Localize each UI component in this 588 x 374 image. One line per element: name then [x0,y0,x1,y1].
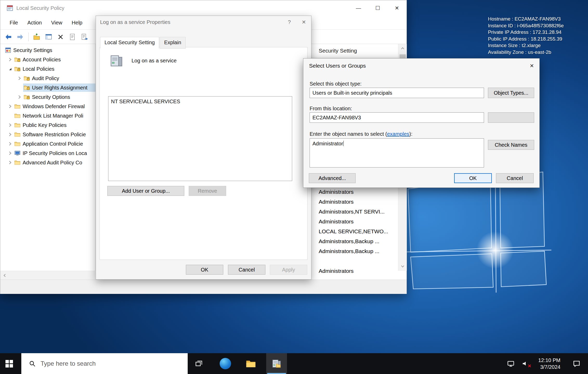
locations-button[interactable] [488,112,534,123]
properties-doc-icon[interactable] [69,33,76,41]
assigned-accounts-listbox[interactable]: NT SERVICE\ALL SERVICES [108,96,292,181]
tree-label: User Rights Assignment [32,85,87,91]
security-settings-icon [5,47,11,53]
ok-button[interactable]: OK [454,173,492,183]
local-security-policy-taskbar-button[interactable] [266,353,287,374]
taskbar-clock[interactable]: 12:10 PM 3/7/2024 [532,353,560,374]
tree-item-network-list-manager[interactable]: Network List Manager Poli [0,111,95,120]
chevron-down-icon[interactable] [8,66,13,72]
cancel-button[interactable]: Cancel [496,173,534,183]
window-title: Local Security Policy [16,5,64,11]
maximize-button[interactable]: ☐ [368,0,387,16]
file-explorer-button[interactable] [241,353,261,374]
tree-item-user-rights-assignment[interactable]: User Rights Assignment [0,83,95,92]
list-row[interactable]: Administrators,Backup ... [319,246,388,256]
check-names-button[interactable]: Check Names [488,140,534,150]
chevron-right-icon[interactable] [17,76,22,81]
tree-label: Security Settings [13,47,52,53]
volume-tray-button[interactable]: ✕ [518,353,533,374]
chevron-right-icon[interactable] [17,94,22,100]
cancel-button[interactable]: Cancel [228,265,265,275]
object-type-field[interactable]: Users or Built-in security principals [310,88,484,98]
chevron-right-icon[interactable] [8,57,13,62]
chevron-right-icon[interactable] [8,104,13,109]
export-icon[interactable] [33,33,41,41]
task-view-button[interactable] [189,353,209,374]
account-entry[interactable]: NT SERVICE\ALL SERVICES [111,99,289,105]
close-button[interactable]: ✕ [297,16,311,28]
list-rows: Administrators Administrators Administra… [319,187,388,276]
show-console-tree-icon[interactable] [45,33,53,41]
list-row[interactable]: Administrators [319,197,388,207]
tree-horizontal-scrollbar[interactable] [0,271,95,280]
chevron-right-icon[interactable] [8,132,13,137]
ipsec-icon [14,150,21,156]
desktop: Hostname : EC2AMAZ-FAN98V3 Instance ID :… [0,0,588,374]
tree-item-audit-policy[interactable]: Audit Policy [0,74,95,83]
tab-explain[interactable]: Explain [160,37,186,49]
menu-help[interactable]: Help [67,20,87,26]
tree-item-application-control-policies[interactable]: Application Control Policie [0,139,95,149]
dialog-title-bar[interactable]: Select Users or Groups ✕ [303,59,539,73]
folder-lock-icon [24,85,30,91]
scroll-down-icon[interactable] [398,262,407,271]
list-row[interactable]: Administrators [319,266,388,276]
help-button[interactable]: ? [282,16,297,28]
delete-icon[interactable] [57,33,64,41]
chevron-right-icon[interactable] [8,151,13,156]
column-security-setting[interactable]: Security Setting [319,48,357,54]
title-bar[interactable]: Local Security Policy — ☐ ✕ [0,0,407,16]
edge-button[interactable] [215,353,236,374]
scroll-left-icon[interactable] [0,271,9,280]
list-row[interactable]: LOCAL SERVICE,NETWO... [319,227,388,236]
forward-icon[interactable] [16,33,24,41]
list-row[interactable]: Administrators,NT SERVI... [319,207,388,217]
close-button[interactable]: ✕ [524,59,539,73]
tree-item-windows-defender-firewall[interactable]: Windows Defender Firewal [0,102,95,111]
object-types-button[interactable]: Object Types... [488,88,534,98]
tree-item-software-restriction-policies[interactable]: Software Restriction Policie [0,130,95,139]
examples-link[interactable]: examples [387,131,409,137]
chevron-right-icon[interactable] [8,122,13,128]
chevron-right-icon[interactable] [8,160,13,165]
chevron-right-icon[interactable] [8,141,13,146]
list-row[interactable]: Administrators [319,187,388,197]
tree-item-ip-security-policies[interactable]: IP Security Policies on Loca [0,149,95,158]
advanced-button[interactable]: Advanced... [309,173,356,183]
text-caret [343,141,344,146]
action-center-button[interactable] [567,353,586,374]
tree-item-advanced-audit-policy[interactable]: Advanced Audit Policy Co [0,158,95,167]
ok-button[interactable]: OK [186,265,223,275]
clock-date: 3/7/2024 [540,364,560,370]
list-row[interactable]: Administrators,Backup ... [319,236,388,246]
list-row[interactable]: Administrators [319,217,388,227]
tree-item-public-key-policies[interactable]: Public Key Policies [0,120,95,130]
apply-button: Apply [270,265,307,275]
dialog-title-bar[interactable]: Log on as a service Properties ? ✕ [96,16,311,28]
tree-item-local-policies[interactable]: Local Policies [0,64,95,74]
network-tray-button[interactable] [504,353,518,374]
windows-start-icon [5,360,13,367]
tree-item-security-options[interactable]: Security Options [0,92,95,102]
tree-item-security-settings[interactable]: Security Settings [0,46,95,55]
tree-label: Account Policies [23,57,61,63]
close-button[interactable]: ✕ [387,0,407,16]
back-icon[interactable] [4,33,12,41]
search-input[interactable]: Type here to search [21,353,188,374]
tab-local-security-setting[interactable]: Local Security Setting [100,37,159,49]
menu-view[interactable]: View [47,20,67,26]
log-on-as-service-properties-dialog: Log on as a service Properties ? ✕ Local… [96,16,311,280]
menu-file[interactable]: File [5,20,23,26]
minimize-button[interactable]: — [349,0,368,16]
object-names-input[interactable]: Administrator [310,138,484,167]
toolbar-separator [28,33,29,41]
export-list-icon[interactable] [81,33,88,41]
tree-item-account-policies[interactable]: Account Policies [0,55,95,64]
tree-label: IP Security Policies on Loca [23,150,87,156]
menu-action[interactable]: Action [23,20,47,26]
tree-label: Public Key Policies [23,122,67,128]
location-field[interactable]: EC2AMAZ-FAN98V3 [310,112,484,123]
scroll-up-icon[interactable] [398,44,407,53]
start-button[interactable] [0,353,18,374]
add-user-or-group-button[interactable]: Add User or Group... [107,186,184,196]
